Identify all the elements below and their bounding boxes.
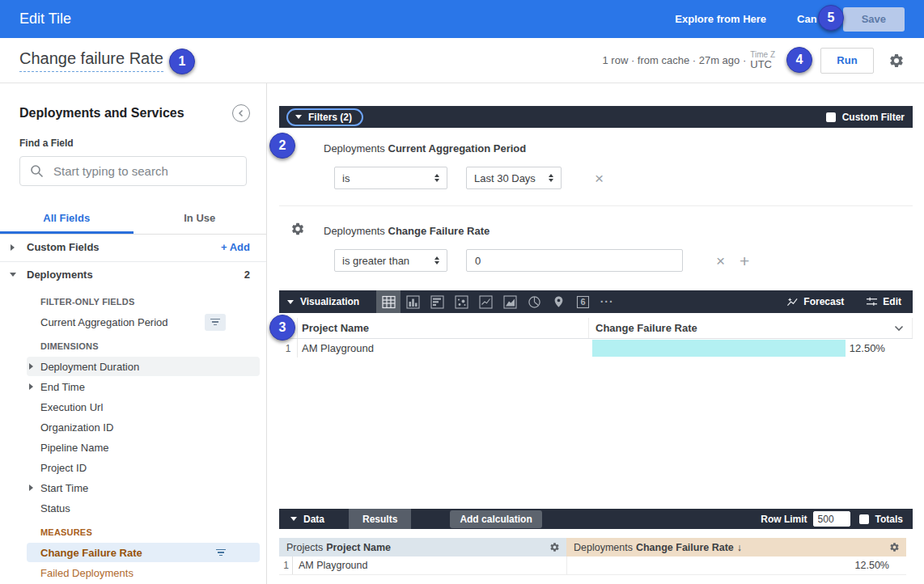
callout-4: 4 <box>786 47 812 73</box>
viz-type-pie-chart-icon[interactable] <box>522 290 546 313</box>
column-gear-icon[interactable] <box>889 542 900 552</box>
filter-applied-icon[interactable] <box>205 314 226 331</box>
viz-type-line-chart-icon[interactable] <box>473 290 498 313</box>
column-menu-chevron-icon[interactable] <box>894 325 904 332</box>
collapse-sidebar-icon[interactable] <box>232 104 250 122</box>
query-status-text: 1 row · from cache · 27m ago · <box>603 54 747 66</box>
add-custom-field-button[interactable]: + Add <box>221 241 250 253</box>
custom-fields-group[interactable]: Custom Fields + Add <box>0 235 266 260</box>
totals-label: Totals <box>875 514 903 525</box>
explore-title: Deployments and Services <box>19 106 232 121</box>
filter-operator-select[interactable]: is greater than <box>334 249 447 272</box>
viz-type-scatter-icon[interactable] <box>449 290 473 313</box>
filters-toggle-button[interactable]: Filters (2) <box>286 108 363 126</box>
explore-from-here-link[interactable]: Explore from Here <box>675 13 766 25</box>
filter-row-aggregation-period: Deployments Current Aggregation Period i… <box>279 128 913 206</box>
save-button[interactable]: Save <box>843 7 905 32</box>
add-filter-condition-icon[interactable]: + <box>740 252 749 269</box>
field-search-box[interactable] <box>19 156 247 186</box>
field-organization-id[interactable]: Organization ID <box>27 417 260 437</box>
cell-change-failure-rate[interactable]: 12.50% <box>588 339 913 358</box>
edit-visualization-button[interactable]: Edit <box>866 296 901 307</box>
filter-value-input[interactable] <box>466 249 683 272</box>
timezone-value: UTC <box>750 59 772 70</box>
viz-type-column-chart-icon[interactable] <box>401 290 425 313</box>
forecast-button[interactable]: Forecast <box>786 296 844 307</box>
tab-all-fields[interactable]: All Fields <box>0 203 134 234</box>
callout-5: 5 <box>818 5 844 31</box>
field-picker-sidebar: Deployments and Services Find a Field Al… <box>0 83 267 584</box>
custom-filter-checkbox[interactable] <box>826 112 836 122</box>
tab-results[interactable]: Results <box>349 509 411 529</box>
viz-table-header: Project Name Change Failure Rate <box>279 318 913 339</box>
cell-project-name[interactable]: AM Playground <box>298 342 588 354</box>
collapse-caret-icon[interactable] <box>10 273 16 277</box>
viz-column-change-failure-rate[interactable]: Change Failure Rate <box>588 318 913 338</box>
field-project-id[interactable]: Project ID <box>27 458 260 477</box>
collapse-caret-icon <box>295 115 302 119</box>
tune-icon <box>866 296 878 307</box>
viz-type-table-icon[interactable] <box>376 290 401 313</box>
cancel-link[interactable]: Can <box>797 13 817 25</box>
value-label: 12.50% <box>850 342 885 354</box>
tile-title[interactable]: Change failure Rate <box>19 49 163 72</box>
tab-in-use[interactable]: In Use <box>134 203 267 234</box>
viz-column-project-name[interactable]: Project Name <box>298 322 588 334</box>
fields-in-use-count: 2 <box>244 269 250 281</box>
collapse-caret-icon <box>290 517 297 521</box>
column-header-project-name[interactable]: Projects Project Name <box>279 538 566 556</box>
results-table-row[interactable]: 1 AM Playground 12.50% <box>279 556 906 575</box>
svg-text:6: 6 <box>580 297 585 307</box>
field-failed-deployments[interactable]: Failed Deployments <box>27 563 260 582</box>
viz-type-single-value-icon[interactable]: 6 <box>570 290 595 313</box>
value-bar <box>592 340 846 357</box>
remove-filter-icon[interactable]: × <box>716 253 725 269</box>
viz-type-more-icon[interactable]: ··· <box>595 290 619 313</box>
expand-caret-icon[interactable] <box>29 363 33 370</box>
field-status[interactable]: Status <box>27 498 260 518</box>
viz-type-area-chart-icon[interactable] <box>498 290 522 313</box>
expand-caret-icon[interactable] <box>29 485 33 491</box>
filter-operator-select[interactable]: is <box>334 167 447 189</box>
field-change-failure-rate[interactable]: Change Failure Rate <box>27 543 260 562</box>
row-number: 1 <box>279 339 298 358</box>
filter-value-select[interactable]: Last 30 Days <box>466 167 562 189</box>
filter-applied-icon[interactable] <box>216 549 226 556</box>
forecast-icon <box>786 296 799 307</box>
column-header-change-failure-rate[interactable]: Deployments Change Failure Rate ↓ <box>566 538 906 556</box>
field-pipeline-name[interactable]: Pipeline Name <box>27 438 260 457</box>
data-section-header: Data Results Add calculation Row Limit T… <box>279 509 913 529</box>
callout-3: 3 <box>269 315 295 341</box>
results-table-header: Projects Project Name Deployments Change… <box>279 538 906 556</box>
page-title: Edit Tile <box>19 11 71 28</box>
column-gear-icon[interactable] <box>549 542 560 552</box>
filter-settings-gear-icon[interactable] <box>290 222 305 236</box>
deployments-group[interactable]: Deployments 2 <box>0 262 266 287</box>
field-end-time[interactable]: End Time <box>27 377 260 396</box>
viz-table-row[interactable]: 1 AM Playground 12.50% <box>279 339 913 358</box>
collapse-caret-icon[interactable] <box>287 300 294 304</box>
run-button[interactable]: Run <box>820 48 874 74</box>
row-limit-input[interactable] <box>813 511 850 527</box>
data-toggle-button[interactable]: Data <box>279 514 324 525</box>
field-deployment-duration[interactable]: Deployment Duration <box>27 357 260 376</box>
timezone-block: Time Z UTC <box>750 50 775 70</box>
callout-2: 2 <box>269 133 295 159</box>
expand-caret-icon[interactable] <box>11 244 15 251</box>
viz-type-map-pin-icon[interactable] <box>546 290 570 313</box>
field-start-time[interactable]: Start Time <box>27 478 260 497</box>
add-calculation-button[interactable]: Add calculation <box>450 510 541 528</box>
remove-filter-icon[interactable]: × <box>595 171 604 186</box>
field-current-aggregation-period[interactable]: Current Aggregation Period <box>27 312 260 332</box>
totals-checkbox[interactable] <box>859 514 869 524</box>
top-app-bar: Edit Tile Explore from Here Can Save <box>0 0 924 38</box>
viz-type-bar-chart-icon[interactable] <box>425 290 449 313</box>
field-search-input[interactable] <box>53 164 236 178</box>
cell-project-name[interactable]: AM Playground <box>293 560 367 571</box>
callout-1: 1 <box>169 49 195 74</box>
tile-header: Change failure Rate 1 row · from cache ·… <box>0 38 924 83</box>
field-execution-url[interactable]: Execution Url <box>27 397 260 417</box>
expand-caret-icon[interactable] <box>29 383 33 390</box>
query-settings-gear-icon[interactable] <box>888 53 905 69</box>
cell-change-failure-rate[interactable]: 12.50% <box>566 556 906 574</box>
